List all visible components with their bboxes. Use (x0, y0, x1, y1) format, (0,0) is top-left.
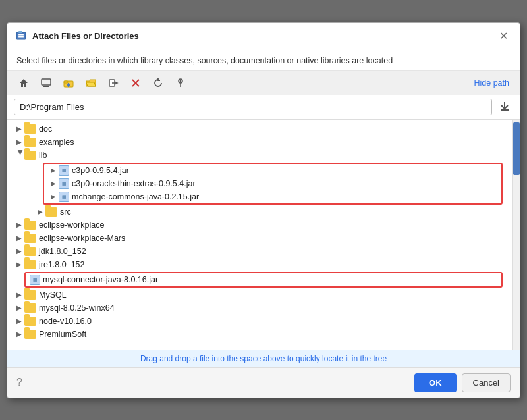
scrollbar-thumb[interactable] (513, 122, 520, 175)
folder-icon-doc (24, 124, 36, 134)
svg-rect-7 (43, 86, 49, 87)
new-folder-icon (63, 78, 74, 88)
file-move-icon (108, 78, 119, 88)
ok-button[interactable]: OK (414, 373, 457, 392)
folder-icon-src (45, 207, 57, 217)
svg-rect-3 (18, 36, 24, 38)
svg-point-18 (180, 80, 182, 82)
item-label-jdk: jdk1.8.0_152 (39, 247, 86, 256)
item-label-mchange: mchange-commons-java-0.2.15.jar (72, 192, 199, 201)
tree-item-lib[interactable]: ▶ lib (7, 149, 512, 162)
help-button[interactable]: ? (16, 377, 22, 388)
expand-arrow-mchange: ▶ (48, 192, 59, 202)
computer-button[interactable] (36, 74, 56, 92)
status-bar: Drag and drop a file into the space abov… (7, 350, 520, 368)
scrollbar-track[interactable] (512, 120, 520, 350)
mysql-connector-highlight-group: ▦ mysql-connector-java-8.0.16.jar (24, 272, 503, 288)
file-tree-container: ▶ doc ▶ examples ▶ lib ▶ ▦ (7, 120, 520, 350)
svg-rect-5 (42, 79, 51, 85)
item-label-mysql8: mysql-8.0.25-winx64 (39, 303, 115, 313)
path-download-button[interactable] (496, 99, 513, 116)
hide-path-button[interactable]: Hide path (470, 76, 513, 90)
tree-item-eclipse-workplace[interactable]: ▶ eclipse-workplace (7, 219, 512, 232)
tree-item-mysql[interactable]: ▶ MySQL (7, 288, 512, 302)
svg-rect-0 (16, 32, 26, 39)
tree-item-doc[interactable]: ▶ doc (7, 122, 512, 136)
item-label-lib: lib (39, 151, 47, 160)
cancel-button[interactable]: Cancel (462, 373, 511, 392)
expand-arrow-mysql8: ▶ (14, 303, 24, 313)
new-folder-button[interactable] (59, 74, 78, 92)
item-label-node: node-v10.16.0 (39, 317, 92, 326)
expand-arrow-premiumsoft: ▶ (14, 329, 24, 340)
item-label-c3p0: c3p0-0.9.5.4.jar (72, 166, 129, 175)
item-label-premiumsoft: PremiumSoft (39, 330, 86, 339)
close-button[interactable]: ✕ (495, 28, 512, 43)
title-bar: Attach Files or Directories ✕ (7, 23, 520, 49)
item-label-mysql: MySQL (39, 290, 67, 300)
tree-item-src[interactable]: ▶ src (7, 205, 512, 219)
pin-icon (175, 78, 186, 88)
attach-icon (15, 30, 27, 41)
expand-arrow-c3p0oracle: ▶ (48, 178, 59, 189)
expand-arrow-doc: ▶ (14, 124, 24, 134)
tree-item-mysql8[interactable]: ▶ mysql-8.0.25-winx64 (7, 302, 512, 315)
expand-arrow-examples: ▶ (14, 137, 24, 147)
expand-arrow-jre: ▶ (14, 259, 24, 270)
folder-icon-examples (24, 138, 36, 147)
jar-icon-mysql-connector: ▦ (30, 275, 40, 285)
item-label-doc: doc (39, 124, 52, 134)
refresh-button[interactable] (148, 74, 168, 92)
folder-open-button[interactable] (81, 74, 101, 92)
folder-icon-jdk (24, 247, 36, 256)
tree-item-premiumsoft[interactable]: ▶ PremiumSoft (7, 328, 512, 341)
item-label-jre: jre1.8.0_152 (39, 260, 85, 269)
jar-icon-c3p0: ▦ (59, 165, 69, 176)
jar-icon-c3p0oracle: ▦ (59, 178, 69, 189)
folder-open-icon (86, 78, 96, 88)
file-tree: ▶ doc ▶ examples ▶ lib ▶ ▦ (7, 120, 512, 350)
expand-arrow-mysql: ▶ (14, 290, 24, 300)
tree-item-examples[interactable]: ▶ examples (7, 136, 512, 149)
expand-arrow-c3p0: ▶ (48, 165, 59, 176)
dialog: Attach Files or Directories ✕ Select fil… (7, 22, 520, 398)
item-label-c3p0oracle: c3p0-oracle-thin-extras-0.9.5.4.jar (72, 179, 196, 188)
path-bar (7, 95, 520, 120)
expand-arrow-src: ▶ (35, 207, 45, 217)
expand-arrow-eclipse-workplace-mars: ▶ (14, 233, 24, 244)
expand-arrow-lib: ▶ (14, 150, 24, 161)
delete-button[interactable] (126, 74, 146, 92)
refresh-icon (153, 78, 163, 88)
folder-icon-node (24, 317, 36, 326)
tree-item-eclipse-workplace-mars[interactable]: ▶ eclipse-workplace-Mars (7, 232, 512, 245)
folder-icon-jre (24, 260, 36, 269)
jar-icon-mchange: ▦ (59, 192, 69, 202)
tree-item-mysql-connector[interactable]: ▦ mysql-connector-java-8.0.16.jar (26, 273, 501, 286)
title-bar-left: Attach Files or Directories (15, 30, 139, 41)
toolbar-left (14, 74, 190, 92)
item-label-mysql-connector: mysql-connector-java-8.0.16.jar (43, 275, 158, 284)
dialog-subtitle: Select files or directories in which lib… (7, 49, 520, 71)
item-label-src: src (60, 207, 71, 217)
file-move-button[interactable] (103, 74, 123, 92)
computer-icon (41, 78, 51, 88)
home-button[interactable] (14, 74, 34, 92)
tree-item-jdk[interactable]: ▶ jdk1.8.0_152 (7, 245, 512, 258)
tree-item-c3p0[interactable]: ▶ ▦ c3p0-0.9.5.4.jar (44, 164, 501, 177)
tree-item-node[interactable]: ▶ node-v10.16.0 (7, 315, 512, 328)
home-icon (18, 78, 29, 88)
tree-item-jre[interactable]: ▶ jre1.8.0_152 (7, 258, 512, 271)
svg-rect-9 (64, 81, 68, 83)
svg-rect-1 (18, 31, 22, 33)
tree-item-c3p0oracle[interactable]: ▶ ▦ c3p0-oracle-thin-extras-0.9.5.4.jar (44, 177, 501, 190)
delete-icon (130, 78, 141, 88)
folder-icon-lib (24, 151, 36, 160)
path-input[interactable] (14, 99, 492, 115)
expand-arrow-jdk: ▶ (14, 246, 24, 257)
item-label-eclipse-workplace: eclipse-workplace (39, 221, 104, 230)
folder-icon-mysql (24, 290, 36, 300)
tree-item-mchange[interactable]: ▶ ▦ mchange-commons-java-0.2.15.jar (44, 190, 501, 203)
expand-arrow-eclipse-workplace: ▶ (14, 220, 24, 230)
item-label-eclipse-workplace-mars: eclipse-workplace-Mars (39, 234, 125, 243)
pin-button[interactable] (171, 74, 190, 92)
